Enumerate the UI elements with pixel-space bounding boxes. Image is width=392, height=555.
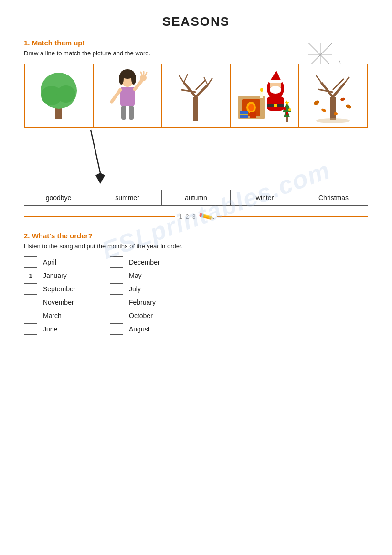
month-label-july: July xyxy=(129,285,167,293)
month-row-january: 1 January xyxy=(24,270,81,281)
word-cell-winter: winter xyxy=(231,190,299,205)
svg-line-68 xyxy=(91,130,100,173)
svg-point-52 xyxy=(283,107,286,110)
word-cell-autumn: autumn xyxy=(162,190,231,205)
month-row-february: February xyxy=(110,297,167,308)
month-row-november: November xyxy=(24,297,81,308)
section2-instruction: Listen to the song and put the months of… xyxy=(24,243,368,250)
month-label-january: January xyxy=(43,272,81,279)
svg-line-26 xyxy=(179,75,184,83)
svg-point-64 xyxy=(340,97,345,101)
svg-rect-55 xyxy=(330,97,336,120)
svg-rect-34 xyxy=(260,91,263,98)
svg-point-40 xyxy=(270,86,281,94)
section2-heading: 2. What's the order? xyxy=(24,232,368,240)
month-box-july[interactable] xyxy=(110,283,123,295)
svg-rect-45 xyxy=(250,112,256,118)
month-row-april: April xyxy=(24,256,81,268)
svg-point-53 xyxy=(288,108,291,111)
svg-rect-21 xyxy=(193,97,198,121)
svg-line-61 xyxy=(344,77,349,84)
months-container: April 1 January September November March… xyxy=(24,256,368,337)
svg-rect-43 xyxy=(274,104,277,107)
svg-point-63 xyxy=(321,108,326,112)
word-cell-goodbye: goodbye xyxy=(24,190,93,205)
month-label-september: September xyxy=(43,285,81,293)
svg-rect-12 xyxy=(120,87,135,106)
month-box-march[interactable] xyxy=(24,310,37,321)
page-title: SEASONS xyxy=(24,14,368,29)
svg-line-27 xyxy=(184,74,188,83)
month-row-october: October xyxy=(110,310,167,321)
svg-line-23 xyxy=(196,85,208,97)
month-label-december: December xyxy=(129,258,167,266)
month-label-may: May xyxy=(129,272,167,279)
month-box-december[interactable] xyxy=(110,256,123,268)
svg-marker-69 xyxy=(95,173,105,184)
svg-point-67 xyxy=(316,118,350,123)
month-row-september: September xyxy=(24,283,81,295)
svg-point-11 xyxy=(131,73,136,85)
svg-rect-20 xyxy=(129,106,134,120)
svg-point-7 xyxy=(56,85,75,103)
svg-point-54 xyxy=(286,112,288,115)
svg-line-13 xyxy=(112,90,120,102)
month-label-october: October xyxy=(129,312,167,320)
image-cell-1 xyxy=(25,64,94,127)
svg-point-33 xyxy=(248,104,254,111)
divider-line-right xyxy=(217,216,368,217)
svg-line-58 xyxy=(318,89,333,92)
month-box-november[interactable] xyxy=(24,297,37,308)
svg-rect-39 xyxy=(269,80,282,83)
svg-line-16 xyxy=(141,72,142,75)
month-label-february: February xyxy=(129,299,167,306)
word-cell-christmas: Christmas xyxy=(299,190,368,205)
image-cell-5 xyxy=(299,64,367,127)
month-label-march: March xyxy=(43,312,81,320)
months-left-column: April 1 January September November March… xyxy=(24,256,81,337)
svg-line-28 xyxy=(208,78,212,85)
word-row: goodbye summer autumn winter Christmas xyxy=(24,190,368,206)
pencil-icon: ✏️ xyxy=(198,208,215,225)
month-label-june: June xyxy=(43,325,81,333)
image-cell-4 xyxy=(231,64,299,127)
month-row-june: June xyxy=(24,323,81,335)
month-row-august: August xyxy=(110,323,167,335)
month-box-september[interactable] xyxy=(24,283,37,295)
month-row-march: March xyxy=(24,310,81,321)
svg-line-57 xyxy=(333,84,344,97)
divider-numbers: 1 2 3 xyxy=(179,213,197,220)
month-label-april: April xyxy=(43,258,81,266)
month-box-april[interactable] xyxy=(24,256,37,268)
month-box-october[interactable] xyxy=(110,310,123,321)
month-label-august: August xyxy=(129,325,167,333)
svg-point-65 xyxy=(345,103,352,109)
divider-line-left xyxy=(24,216,175,217)
month-label-november: November xyxy=(43,299,81,306)
image-row xyxy=(24,64,368,128)
month-box-may[interactable] xyxy=(110,270,123,281)
word-cell-summer: summer xyxy=(93,190,162,205)
svg-rect-19 xyxy=(121,106,126,120)
svg-point-10 xyxy=(119,73,124,85)
months-right-column: December May July February October Augus… xyxy=(110,256,167,337)
month-box-june[interactable] xyxy=(24,323,37,335)
month-row-july: July xyxy=(110,283,167,295)
svg-point-62 xyxy=(313,99,320,106)
month-box-february[interactable] xyxy=(110,297,123,308)
arrow-area xyxy=(24,128,368,185)
month-box-august[interactable] xyxy=(110,323,123,335)
image-cell-2 xyxy=(94,64,162,127)
month-row-december: December xyxy=(110,256,167,268)
svg-rect-50 xyxy=(286,117,288,122)
divider-row: 1 2 3 ✏️ xyxy=(24,211,368,223)
svg-point-35 xyxy=(260,88,263,92)
svg-line-18 xyxy=(146,73,147,75)
month-box-january[interactable]: 1 xyxy=(24,270,37,281)
svg-marker-38 xyxy=(270,71,281,81)
image-cell-3 xyxy=(162,64,231,127)
month-row-may: May xyxy=(110,270,167,281)
svg-line-60 xyxy=(316,75,321,83)
